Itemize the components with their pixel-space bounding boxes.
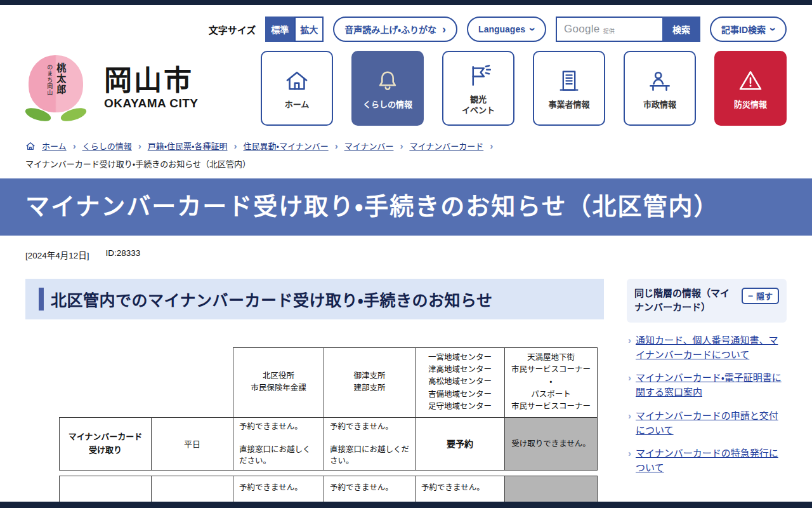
site-search: Google 提供 検索 <box>556 17 700 42</box>
table-cell: 予約できません。 直接窓口にお越しください。 <box>233 417 324 471</box>
languages-label: Languages <box>478 24 525 34</box>
schedule-table: 北区役所 市民保険年金課御津支所 建部支所一宮地域センター 津高地域センター 高… <box>60 347 598 471</box>
table-empty-cell <box>152 347 233 417</box>
breadcrumb: ホーム›くらしの情報›戸籍・住民票・各種証明›住民異動・マイナンバー›マイナンバ… <box>0 140 812 152</box>
building-icon <box>555 66 583 95</box>
nav-button-home[interactable]: ホーム <box>261 51 333 126</box>
font-size-large-button[interactable]: 拡大 <box>294 17 324 42</box>
hide-button-label: 隠す <box>756 290 773 302</box>
article-id-search-button[interactable]: 記事ID検索 › <box>710 17 787 42</box>
breadcrumb-link[interactable]: 住民異動・マイナンバー <box>243 140 328 152</box>
table-cell: 予約できません。 <box>233 476 324 502</box>
chevron-right-icon: › <box>490 140 493 151</box>
bell-icon <box>374 66 402 95</box>
chevron-right-icon: › <box>335 140 338 151</box>
sidebar-link-item: ›マイナンバーカードの申請と交付について <box>628 408 787 438</box>
sidebar-heading-box: 同じ階層の情報（マイナンバーカード） − 隠す <box>627 279 787 323</box>
nav-button-label: 事業者情報 <box>548 100 589 110</box>
section-heading: 北区管内でのマイナンバーカード受け取り・手続きのお知らせ <box>51 288 493 311</box>
section-heading-box: 北区管内でのマイナンバーカード受け取り・手続きのお知らせ <box>25 279 604 319</box>
minus-icon: − <box>748 291 753 300</box>
font-size-label: 文字サイズ <box>209 23 256 36</box>
article-meta: [2024年4月12日] ID:28333 <box>0 236 812 261</box>
table-cell-schedule: 平日 <box>152 417 233 471</box>
schedule-table-2-wrap: 予約できません。予約できません。予約できません。 <box>59 476 598 502</box>
city-logo[interactable]: 桃太郎 のまち岡山 <box>25 53 86 124</box>
schedule-table-2: 予約できません。予約できません。予約できません。 <box>60 476 598 502</box>
sidebar-link[interactable]: マイナンバーカードの特急発行について <box>636 446 787 476</box>
home-icon <box>25 141 36 151</box>
font-size-standard-button[interactable]: 標準 <box>265 17 294 42</box>
table-cell: 要予約 <box>416 417 505 471</box>
chevron-right-icon: › <box>138 140 141 151</box>
main-column: 北区管内でのマイナンバーカード受け取り・手続きのお知らせ 北区役所 市民保険年金… <box>25 279 604 502</box>
table-header-cell: 御津支所 建部支所 <box>324 347 416 417</box>
nav-button-label: くらしの情報 <box>363 100 412 110</box>
chevron-right-icon: › <box>233 140 237 151</box>
chevron-right-icon: › <box>73 140 76 151</box>
sidebar-link-item: ›マイナンバーカード・電子証明書に関する窓口案内 <box>628 370 787 400</box>
breadcrumb-link[interactable]: マイナンバーカード <box>409 140 483 152</box>
reception-icon <box>646 66 674 95</box>
sidebar-link[interactable]: マイナンバーカードの申請と交付について <box>636 408 787 438</box>
main-nav: ホームくらしの情報観光 イベント事業者情報市政情報防災情報 <box>261 51 787 126</box>
breadcrumb-link[interactable]: マイナンバー <box>344 140 394 152</box>
search-button[interactable]: 検索 <box>662 17 700 42</box>
chevron-right-icon: › <box>628 333 631 347</box>
google-provided-label: 提供 <box>603 27 615 35</box>
table-row-label: マイナンバーカード 受け取り <box>60 417 152 471</box>
page-title: マイナンバーカード受け取り・手続きのお知らせ（北区管内） <box>25 192 787 222</box>
google-search-input[interactable]: Google 提供 <box>556 17 662 42</box>
flag-icon <box>464 61 492 90</box>
table-cell: 予約できません。 直接窓口にお越しください。 <box>324 417 416 471</box>
page: 文字サイズ 標準 拡大 音声読み上げ・ふりがな › Languages › Go… <box>0 5 812 502</box>
table-header-cell: 北区役所 市民保険年金課 <box>233 347 324 417</box>
nav-button-government[interactable]: 市政情報 <box>624 51 696 126</box>
nav-button-label: 観光 イベント <box>462 95 495 116</box>
sidebar: 同じ階層の情報（マイナンバーカード） − 隠す ›通知カード、個人番号通知書、マ… <box>627 279 787 476</box>
article-date: [2024年4月12日] <box>25 248 89 261</box>
breadcrumb-link[interactable]: くらしの情報 <box>82 140 132 152</box>
voice-reading-label: 音声読み上げ・ふりがな <box>344 23 436 36</box>
chevron-right-icon: › <box>628 370 631 385</box>
nav-button-living[interactable]: くらしの情報 <box>351 51 424 126</box>
sidebar-link-item: ›マイナンバーカードの特急発行について <box>628 446 787 476</box>
warning-icon <box>737 66 764 95</box>
logo-text: 桃太郎 のまち岡山 <box>46 63 67 96</box>
breadcrumb-current: マイナンバーカード受け取り・手続きのお知らせ（北区管内） <box>0 152 812 170</box>
city-name: 岡山市 <box>104 66 199 95</box>
breadcrumb-link[interactable]: ホーム <box>42 140 67 152</box>
article-id-search-label: 記事ID検索 <box>721 23 766 36</box>
nav-button-label: ホーム <box>285 100 310 110</box>
breadcrumb-links: ホーム›くらしの情報›戸籍・住民票・各種証明›住民異動・マイナンバー›マイナンバ… <box>42 140 493 152</box>
sidebar-heading: 同じ階層の情報（マイナンバーカード） <box>634 286 735 315</box>
site-title: 岡山市 OKAYAMA CITY <box>104 66 199 110</box>
sidebar-link-item: ›通知カード、個人番号通知書、マイナンバーカードについて <box>628 333 787 363</box>
article-id: ID:28333 <box>106 248 141 261</box>
logo-text-main: 桃太郎 <box>54 63 67 96</box>
sidebar-link[interactable]: 通知カード、個人番号通知書、マイナンバーカードについて <box>636 333 787 363</box>
nav-button-label: 市政情報 <box>643 100 676 110</box>
chevron-right-icon: › <box>442 23 446 35</box>
table-cell: 予約できません。 <box>324 476 416 502</box>
schedule-table-1: 北区役所 市民保険年金課御津支所 建部支所一宮地域センター 津高地域センター 高… <box>59 347 598 471</box>
city-name-en: OKAYAMA CITY <box>104 97 199 110</box>
nav-button-disaster[interactable]: 防災情報 <box>714 51 787 126</box>
utility-bar: 文字サイズ 標準 拡大 音声読み上げ・ふりがな › Languages › Go… <box>0 5 812 44</box>
table-empty-cell <box>60 347 152 417</box>
breadcrumb-link[interactable]: 戸籍・住民票・各種証明 <box>148 140 228 152</box>
voice-reading-button[interactable]: 音声読み上げ・ふりがな › <box>333 17 457 42</box>
chevron-right-icon: › <box>400 140 403 151</box>
table-cell: 予約できません。 <box>416 476 505 502</box>
hide-button[interactable]: − 隠す <box>742 288 779 304</box>
google-logo: Google <box>564 23 600 36</box>
table-cell <box>152 476 233 502</box>
table-cell <box>60 476 152 502</box>
home-icon <box>283 66 311 95</box>
schedule-tables: 北区役所 市民保険年金課御津支所 建部支所一宮地域センター 津高地域センター 高… <box>59 347 604 502</box>
languages-button[interactable]: Languages › <box>467 17 546 42</box>
chevron-down-icon: › <box>768 27 779 31</box>
sidebar-link[interactable]: マイナンバーカード・電子証明書に関する窓口案内 <box>636 370 787 400</box>
nav-button-business[interactable]: 事業者情報 <box>533 51 605 126</box>
nav-button-tourism[interactable]: 観光 イベント <box>442 51 514 126</box>
